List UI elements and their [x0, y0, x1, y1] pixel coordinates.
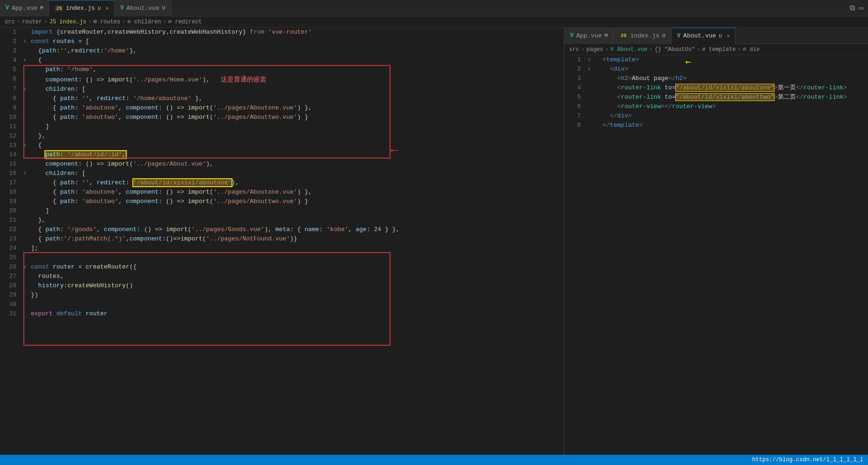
code-line-15: 15 component: () => import('../pages/Abo…	[0, 160, 564, 169]
code-line-16: 16 ∨ children: [	[0, 169, 564, 178]
right-code-area: 1 ∨ <template> 2 ∨ <div> 3 <h2>About pag…	[564, 55, 868, 130]
status-bar: https://blog.csdn.net/l_l_l_l_l_l	[0, 455, 868, 465]
code-line-4: 4 ∨ {	[0, 56, 564, 65]
vue-icon: V	[570, 32, 573, 39]
tab-close-button[interactable]: ✕	[106, 5, 109, 11]
code-line-28: 28 history:createWebHistory()	[0, 281, 564, 291]
right-tab-app-vue[interactable]: V App.vue M	[564, 28, 614, 44]
tab-label: About.vue	[126, 5, 159, 12]
code-line-23: 23 { path:'/:pathMatch(.*)',component:()…	[0, 234, 564, 244]
tab-label: About.vue	[683, 32, 716, 39]
code-line-25: 25	[0, 253, 564, 262]
code-line-17: 17 { path: '', redirect: '/about/id/xixi…	[0, 178, 564, 188]
title-bar: V App.vue M JS index.js U ✕ V About.vue …	[0, 0, 868, 16]
tab-badge: U	[719, 33, 722, 39]
code-line-2: 2 ∨ const routes = [	[0, 37, 564, 46]
bc-about-vue[interactable]: V About.vue	[610, 46, 647, 53]
tab-label: App.vue	[576, 32, 602, 39]
code-line-7: 7 ∨ children: [	[0, 85, 564, 94]
code-line-21: 21 },	[0, 216, 564, 225]
status-url: https://blog.csdn.net/l_l_l_l_l_l	[752, 457, 863, 463]
tab-label: App.vue	[12, 5, 37, 12]
vue-icon: V	[677, 33, 680, 39]
code-line-26: 26 ∨ const router = createRouter({	[0, 262, 564, 272]
code-line-13: 13 ∨ {	[0, 141, 564, 150]
code-line-20: 20 ]	[0, 206, 564, 216]
tab-index-js[interactable]: JS index.js U ✕	[49, 0, 115, 16]
vue-icon: V	[6, 5, 9, 11]
code-line-18: 18 { path: 'aboutone', component: () => …	[0, 188, 564, 197]
code-line-30: 30	[0, 300, 564, 309]
code-line-8: 8 { path: '', redirect: '/home/aboutone'…	[0, 94, 564, 103]
right-tab-about-vue[interactable]: V About.vue U ✕	[672, 28, 736, 44]
breadcrumb-children[interactable]: ⌀ children	[128, 18, 161, 25]
code-line-6: 6 component: () => import('../pages/Home…	[0, 74, 564, 85]
code-line-24: 24 ];	[0, 244, 564, 253]
tab-label: index.js	[630, 32, 659, 39]
bc-template[interactable]: ⌀ template	[702, 46, 736, 53]
tab-app-vue[interactable]: V App.vue M	[0, 0, 49, 16]
js-icon: JS	[55, 5, 63, 12]
right-code-line-4: 4 <router-link to="/about/id/xixixi/abou…	[564, 83, 868, 93]
code-line-12: 12 },	[0, 131, 564, 141]
code-line-11: 11 ]	[0, 122, 564, 131]
tab-label: index.js	[66, 5, 95, 12]
tab-badge: M	[605, 33, 608, 38]
code-line-3: 3 {path:'',redirect:'/home'},	[0, 46, 564, 56]
right-tab-index-js[interactable]: JS index.js U	[614, 28, 671, 44]
tab-badge: U	[98, 6, 101, 11]
code-line-5: 5 path: '/home',	[0, 65, 564, 74]
bc-pages[interactable]: pages	[586, 46, 603, 53]
right-code-line-6: 6 <router-view></router-view>	[564, 102, 868, 111]
breadcrumb-redirect[interactable]: ⌀ redirect	[168, 18, 202, 25]
right-code-line-3: 3 <h2>About page</h2>	[564, 74, 868, 83]
left-editor-pane: ← 1 import {createRouter,createWebHistor…	[0, 28, 564, 465]
breadcrumb-index-js[interactable]: JS index.js	[49, 19, 86, 25]
tab-about-vue[interactable]: V About.vue U	[115, 0, 171, 16]
code-line-10: 10 { path: 'abouttwo', component: () => …	[0, 113, 564, 122]
maximize-icon[interactable]: ▭	[859, 3, 863, 13]
right-editor-pane: V App.vue M JS index.js U V About.vue U …	[564, 28, 868, 465]
code-line-19: 19 { path: 'abouttwo', component: () => …	[0, 197, 564, 206]
right-code-line-7: 7 </div>	[564, 111, 868, 121]
right-code-line-2: 2 ∨ <div>	[564, 65, 868, 74]
breadcrumb-routes[interactable]: ⊞ routes	[94, 18, 121, 25]
tab-badge: U	[162, 5, 166, 11]
code-line-27: 27 routes,	[0, 272, 564, 281]
editor-container: ← 1 import {createRouter,createWebHistor…	[0, 28, 868, 465]
bc-aboutus[interactable]: {} "AboutUs"	[654, 46, 694, 53]
bc-div[interactable]: ⌀ div	[743, 46, 760, 53]
right-code-line-5: 5 <router-link to="/about/id/xixixi/abou…	[564, 93, 868, 102]
code-area-left: ← 1 import {createRouter,createWebHistor…	[0, 28, 564, 319]
title-bar-actions: ⧉ ▭	[850, 3, 868, 13]
breadcrumb-left: src › router › JS index.js › ⊞ routes › …	[0, 16, 868, 28]
vue-icon: V	[120, 5, 123, 11]
breadcrumb-src[interactable]: src	[5, 19, 15, 25]
right-code-line-8: 8 </template>	[564, 121, 868, 130]
code-line-9: 9 { path: 'aboutone', component: () => i…	[0, 103, 564, 113]
split-editor-icon[interactable]: ⧉	[850, 4, 855, 13]
code-line-1: 1 import {createRouter,createWebHistory,…	[0, 28, 564, 37]
code-line-31: 31 export default router	[0, 309, 564, 319]
code-line-29: 29 })	[0, 291, 564, 300]
tab-badge: M	[40, 5, 43, 11]
code-line-22: 22 { path: '/goods', component: () => im…	[0, 225, 564, 234]
js-icon: JS	[619, 32, 627, 39]
code-line-14: 14 path: '/about/id/:id',	[0, 150, 564, 160]
right-code-line-1: 1 ∨ <template>	[564, 55, 868, 65]
breadcrumb-right: src › pages › V About.vue › {} "AboutUs"…	[564, 44, 868, 55]
right-title-bar: V App.vue M JS index.js U V About.vue U …	[564, 28, 868, 44]
right-tab-close-button[interactable]: ✕	[727, 33, 730, 39]
breadcrumb-router[interactable]: router	[22, 19, 42, 25]
bc-src[interactable]: src	[569, 46, 579, 53]
tab-badge: U	[662, 33, 665, 38]
